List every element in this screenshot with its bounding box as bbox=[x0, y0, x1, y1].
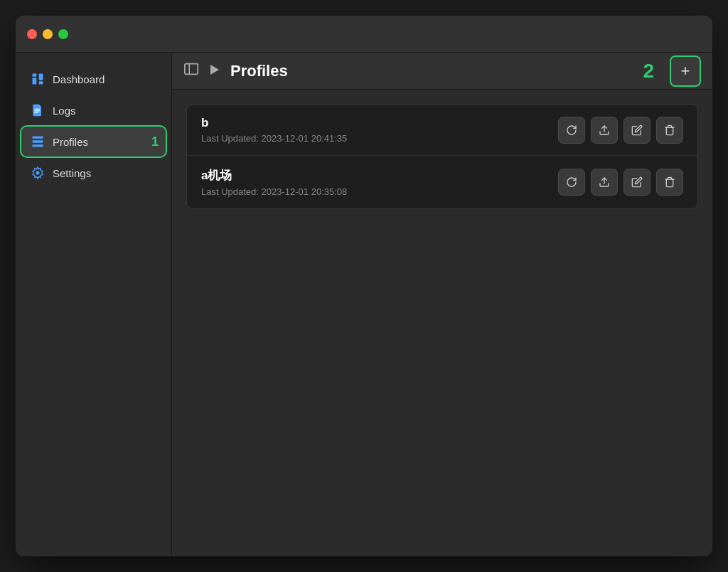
close-button[interactable] bbox=[27, 29, 37, 39]
main-content: Dashboard Logs bbox=[16, 53, 712, 556]
svg-rect-12 bbox=[185, 64, 198, 75]
delete-button-airport[interactable] bbox=[656, 169, 683, 196]
add-icon: + bbox=[681, 62, 690, 80]
profiles-list: b Last Updated: 2023-12-01 20:41:35 bbox=[172, 90, 712, 556]
edit-button-b[interactable] bbox=[623, 117, 651, 144]
settings-icon bbox=[30, 165, 46, 181]
svg-rect-1 bbox=[33, 78, 37, 84]
dashboard-icon bbox=[30, 71, 46, 87]
upload-button-b[interactable] bbox=[591, 117, 618, 144]
profile-updated-airport: Last Updated: 2023-12-01 20:35:08 bbox=[201, 186, 558, 197]
profile-item-airport: a机场 Last Updated: 2023-12-01 20:35:08 bbox=[187, 156, 697, 208]
upload-button-airport[interactable] bbox=[591, 169, 618, 196]
content-header: Profiles 2 + bbox=[172, 53, 712, 90]
page-title: Profiles bbox=[230, 62, 633, 80]
svg-point-11 bbox=[36, 171, 40, 175]
svg-rect-10 bbox=[33, 144, 43, 147]
sidebar-item-profiles[interactable]: Profiles 1 bbox=[21, 127, 166, 157]
refresh-button-airport[interactable] bbox=[558, 169, 585, 196]
maximize-button[interactable] bbox=[58, 29, 68, 39]
sidebar: Dashboard Logs bbox=[16, 53, 172, 556]
sidebar-item-label-logs: Logs bbox=[53, 105, 76, 117]
sidebar-item-logs[interactable]: Logs bbox=[21, 95, 166, 125]
edit-button-airport[interactable] bbox=[623, 169, 651, 196]
profile-name-airport: a机场 bbox=[201, 167, 558, 184]
minimize-button[interactable] bbox=[43, 29, 53, 39]
sidebar-profiles-badge: 1 bbox=[151, 134, 159, 149]
title-bar bbox=[16, 16, 712, 53]
traffic-lights bbox=[27, 29, 68, 39]
sidebar-item-dashboard[interactable]: Dashboard bbox=[21, 64, 166, 94]
sidebar-toggle-icon[interactable] bbox=[183, 61, 199, 80]
svg-rect-2 bbox=[39, 74, 43, 80]
profiles-container: b Last Updated: 2023-12-01 20:41:35 bbox=[186, 104, 698, 209]
profile-info-b: b Last Updated: 2023-12-01 20:41:35 bbox=[201, 116, 558, 144]
logs-icon bbox=[30, 102, 46, 118]
sidebar-item-label-dashboard: Dashboard bbox=[53, 73, 105, 85]
content-area: Profiles 2 + b Last Updated: 2023-12 bbox=[172, 53, 712, 556]
profiles-count-badge: 2 bbox=[643, 60, 654, 83]
profile-item-b: b Last Updated: 2023-12-01 20:41:35 bbox=[187, 105, 697, 156]
profiles-icon bbox=[30, 134, 46, 149]
profile-actions-airport bbox=[558, 169, 683, 196]
delete-button-b[interactable] bbox=[656, 117, 683, 144]
svg-rect-9 bbox=[33, 140, 43, 142]
svg-rect-8 bbox=[33, 137, 43, 139]
play-icon[interactable] bbox=[209, 63, 220, 79]
add-profile-button[interactable]: + bbox=[670, 55, 701, 87]
sidebar-item-label-settings: Settings bbox=[53, 167, 91, 179]
profile-name-b: b bbox=[201, 116, 558, 130]
profile-updated-b: Last Updated: 2023-12-01 20:41:35 bbox=[201, 133, 558, 144]
profile-info-airport: a机场 Last Updated: 2023-12-01 20:35:08 bbox=[201, 167, 558, 197]
main-window: Dashboard Logs bbox=[16, 16, 712, 556]
sidebar-item-settings[interactable]: Settings bbox=[21, 158, 166, 188]
svg-rect-0 bbox=[33, 74, 37, 77]
sidebar-item-label-profiles: Profiles bbox=[53, 136, 88, 148]
profile-actions-b bbox=[558, 117, 683, 144]
svg-rect-3 bbox=[39, 81, 43, 84]
refresh-button-b[interactable] bbox=[558, 117, 585, 144]
